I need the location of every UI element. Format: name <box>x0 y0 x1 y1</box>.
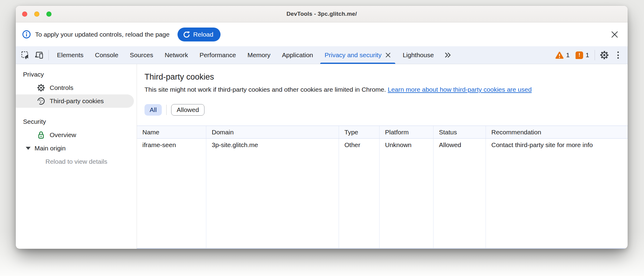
kebab-menu-icon[interactable] <box>611 46 625 64</box>
sidebar-item-label: Overview <box>50 131 76 139</box>
reload-icon <box>183 31 190 38</box>
sidebar-item-third-party-cookies[interactable]: Third-party cookies <box>16 94 134 108</box>
column-header-domain[interactable]: Domain <box>206 126 339 139</box>
title-bar: DevTools - 3pc.glitch.me/ <box>16 6 628 22</box>
description-text: This site might not work if third-party … <box>144 86 386 93</box>
sidebar-item-label: Third-party cookies <box>50 97 104 105</box>
reload-button-label: Reload <box>193 31 214 38</box>
column-header-status[interactable]: Status <box>433 126 486 139</box>
toolbar-divider-2 <box>595 50 595 60</box>
issues-badge[interactable]: ! 1 <box>573 46 592 64</box>
tab-elements[interactable]: Elements <box>51 46 89 64</box>
sidebar-item-security-overview[interactable]: Overview <box>16 128 134 142</box>
disclosure-triangle-icon[interactable] <box>26 147 31 150</box>
sidebar-item-controls[interactable]: Controls <box>16 81 134 94</box>
reload-button[interactable]: Reload <box>178 28 221 41</box>
traffic-lights <box>22 6 51 22</box>
devtools-toolbar: Elements Console Sources Network Perform… <box>16 46 628 64</box>
table-cell-recommendation[interactable]: Contact third-party site for more info <box>486 139 628 248</box>
sidebar-section-privacy: Privacy <box>16 68 137 81</box>
tab-application[interactable]: Application <box>276 46 319 64</box>
learn-more-link[interactable]: Learn more about how third-party cookies… <box>388 86 532 93</box>
gear-icon <box>37 84 45 92</box>
sidebar-section-security: Security <box>16 115 137 128</box>
console-warnings-badge[interactable]: 1 <box>552 46 573 64</box>
filter-divider <box>166 105 167 115</box>
tab-network[interactable]: Network <box>159 46 194 64</box>
devtools-window: DevTools - 3pc.glitch.me/ To apply your … <box>16 6 628 249</box>
tab-console[interactable]: Console <box>89 46 124 64</box>
table-cell-type[interactable]: Other <box>339 139 380 248</box>
close-traffic-light[interactable] <box>22 12 27 17</box>
warning-triangle-icon <box>555 51 564 59</box>
lock-icon <box>37 131 45 139</box>
issues-icon: ! <box>576 51 583 59</box>
page-title: Third-party cookies <box>144 71 628 82</box>
panel-description: This site might not work if third-party … <box>144 85 628 94</box>
reload-to-view-details-hint: Reload to view details <box>16 155 137 168</box>
filter-allowed-chip[interactable]: Allowed <box>171 104 204 116</box>
table-cell-domain[interactable]: 3p-site.glitch.me <box>206 139 339 248</box>
more-tabs-chevron-icon[interactable] <box>440 46 456 64</box>
cookie-filters: All Allowed <box>144 104 628 116</box>
table-cell-status[interactable]: Allowed <box>433 139 486 248</box>
column-header-type[interactable]: Type <box>339 126 380 139</box>
issues-count: 1 <box>586 51 589 59</box>
tab-performance[interactable]: Performance <box>194 46 242 64</box>
toolbar-divider <box>48 50 49 60</box>
panel-content: Privacy Controls <box>16 64 628 249</box>
sidebar-item-label: Main origin <box>35 145 66 152</box>
tab-close-icon[interactable] <box>385 52 391 58</box>
cookies-table: Name Domain Type Platform Status Recomme… <box>137 126 628 249</box>
tab-privacy-and-security[interactable]: Privacy and security <box>319 46 397 64</box>
column-header-recommendation[interactable]: Recommendation <box>486 126 628 139</box>
warning-count: 1 <box>566 51 570 59</box>
gear-icon[interactable] <box>597 46 611 64</box>
table-cell-name[interactable]: iframe-seen <box>137 139 206 248</box>
third-party-cookies-panel: Third-party cookies This site might not … <box>137 64 628 249</box>
column-header-platform[interactable]: Platform <box>380 126 433 139</box>
reload-infobar: To apply your updated controls, reload t… <box>16 22 628 46</box>
window-title: DevTools - 3pc.glitch.me/ <box>287 11 357 17</box>
tab-memory[interactable]: Memory <box>242 46 276 64</box>
sidebar-item-label: Controls <box>50 84 73 91</box>
tab-lighthouse[interactable]: Lighthouse <box>397 46 440 64</box>
infobar-message: To apply your updated controls, reload t… <box>35 31 170 38</box>
table-cell-platform[interactable]: Unknown <box>380 139 433 248</box>
device-toolbar-icon[interactable] <box>32 46 46 64</box>
minimize-traffic-light[interactable] <box>34 12 39 17</box>
close-icon[interactable] <box>609 29 620 40</box>
privacy-security-sidebar: Privacy Controls <box>16 64 137 249</box>
inspect-icon[interactable] <box>18 46 32 64</box>
sidebar-item-main-origin[interactable]: Main origin <box>16 142 137 155</box>
column-header-name[interactable]: Name <box>137 126 206 139</box>
cookie-icon <box>37 97 45 105</box>
filter-all-chip[interactable]: All <box>144 104 162 116</box>
tab-sources[interactable]: Sources <box>124 46 159 64</box>
info-icon <box>22 30 31 39</box>
zoom-traffic-light[interactable] <box>46 12 51 17</box>
